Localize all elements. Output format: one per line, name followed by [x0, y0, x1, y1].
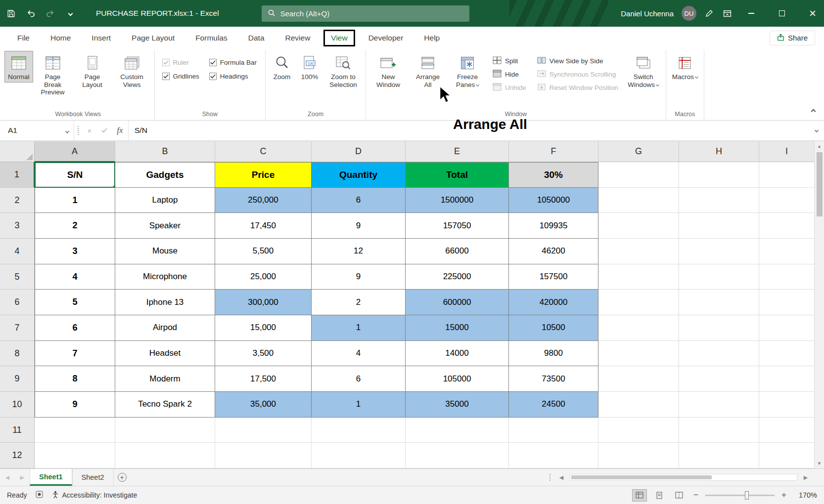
- cell-I8[interactable]: [759, 341, 814, 367]
- cell-G5[interactable]: [598, 264, 679, 290]
- cell-B6[interactable]: Iphone 13: [115, 290, 215, 315]
- cell-F1[interactable]: 30%: [509, 162, 598, 188]
- cell-H4[interactable]: [679, 239, 759, 264]
- cell-A10[interactable]: 9: [35, 392, 115, 418]
- cell-E12[interactable]: [406, 443, 509, 468]
- tab-developer[interactable]: Developer: [358, 29, 414, 47]
- new-window-button[interactable]: New Window: [368, 51, 408, 90]
- cell-B4[interactable]: Mouse: [115, 239, 215, 264]
- maximize-button[interactable]: [771, 0, 793, 27]
- fill-handle[interactable]: [113, 185, 115, 188]
- zoom-out-button[interactable]: −: [691, 490, 700, 500]
- quick-access-chevron-icon[interactable]: [65, 8, 75, 18]
- cell-A7[interactable]: 6: [35, 315, 115, 341]
- column-header-H[interactable]: H: [679, 141, 759, 162]
- column-header-D[interactable]: D: [312, 141, 406, 162]
- cell-G1[interactable]: [598, 162, 679, 188]
- cell-B8[interactable]: Headset: [115, 341, 215, 367]
- cell-D6[interactable]: 2: [312, 290, 406, 315]
- ruler-checkbox[interactable]: Ruler: [162, 59, 199, 66]
- view-side-by-side-button[interactable]: View Side by Side: [536, 56, 620, 66]
- column-header-B[interactable]: B: [115, 141, 215, 162]
- cell-G8[interactable]: [598, 341, 679, 367]
- cell-D4[interactable]: 12: [312, 239, 406, 264]
- cell-A8[interactable]: 7: [35, 341, 115, 367]
- page-layout-shortcut[interactable]: [652, 489, 667, 502]
- cell-C11[interactable]: [215, 418, 312, 443]
- zoom-in-button[interactable]: +: [779, 490, 788, 500]
- zoom-to-selection-button[interactable]: Zoom to Selection: [323, 51, 363, 90]
- split-button[interactable]: Split: [491, 56, 528, 66]
- cell-E8[interactable]: 14000: [406, 341, 509, 367]
- macro-record-icon[interactable]: [36, 491, 43, 500]
- ink-pen-icon[interactable]: [704, 8, 714, 18]
- cell-H7[interactable]: [679, 315, 759, 341]
- cell-I11[interactable]: [759, 418, 814, 443]
- hscroll-left-icon[interactable]: ◀: [554, 469, 569, 486]
- cell-F8[interactable]: 9800: [509, 341, 598, 367]
- formula-bar-checkbox[interactable]: Formula Bar: [209, 59, 257, 66]
- cell-A4[interactable]: 3: [35, 239, 115, 264]
- horizontal-scrollbar[interactable]: [570, 474, 797, 481]
- ribbon-display-icon[interactable]: [722, 8, 732, 18]
- accessibility-status[interactable]: Accessibility: Investigate: [52, 491, 137, 500]
- vertical-scroll-thumb[interactable]: [817, 152, 823, 216]
- cell-I12[interactable]: [759, 443, 814, 468]
- cell-E1[interactable]: Total: [406, 162, 509, 188]
- cell-B2[interactable]: Laptop: [115, 188, 215, 213]
- undo-icon[interactable]: [26, 8, 36, 18]
- sheet-tab-sheet2[interactable]: Sheet2: [72, 469, 114, 486]
- cell-I5[interactable]: [759, 264, 814, 290]
- cell-E7[interactable]: 15000: [406, 315, 509, 341]
- cell-C6[interactable]: 300,000: [215, 290, 312, 315]
- share-button[interactable]: Share: [770, 31, 815, 45]
- minimize-button[interactable]: [740, 0, 763, 27]
- macros-button[interactable]: Macros: [669, 51, 701, 83]
- cell-I3[interactable]: [759, 213, 814, 239]
- collapse-ribbon-icon[interactable]: [812, 106, 815, 115]
- normal-view-shortcut[interactable]: [632, 489, 647, 502]
- cell-G12[interactable]: [598, 443, 679, 468]
- cell-E11[interactable]: [406, 418, 509, 443]
- unhide-button[interactable]: Unhide: [491, 83, 528, 93]
- cell-G11[interactable]: [598, 418, 679, 443]
- cell-E2[interactable]: 1500000: [406, 188, 509, 213]
- cell-H2[interactable]: [679, 188, 759, 213]
- cell-F7[interactable]: 10500: [509, 315, 598, 341]
- cell-D9[interactable]: 6: [312, 366, 406, 392]
- column-header-F[interactable]: F: [509, 141, 598, 162]
- cell-B10[interactable]: Tecno Spark 2: [115, 392, 215, 418]
- cell-I4[interactable]: [759, 239, 814, 264]
- row-header-11[interactable]: 11: [0, 418, 35, 443]
- cell-F10[interactable]: 24500: [509, 392, 598, 418]
- cell-C9[interactable]: 17,500: [215, 366, 312, 392]
- synchronous-scrolling-button[interactable]: Synchronous Scrolling: [536, 69, 620, 80]
- cell-B5[interactable]: Microphone: [115, 264, 215, 290]
- hscroll-right-icon[interactable]: ▶: [798, 469, 813, 486]
- row-header-5[interactable]: 5: [0, 264, 35, 290]
- cell-I6[interactable]: [759, 290, 814, 315]
- cell-G4[interactable]: [598, 239, 679, 264]
- cell-B3[interactable]: Speaker: [115, 213, 215, 239]
- cell-E3[interactable]: 157050: [406, 213, 509, 239]
- zoom-slider[interactable]: [705, 495, 775, 496]
- tab-file[interactable]: File: [7, 29, 40, 47]
- zoom-level[interactable]: 170%: [793, 491, 817, 499]
- tab-home[interactable]: Home: [40, 29, 81, 47]
- cell-H11[interactable]: [679, 418, 759, 443]
- select-all-corner[interactable]: [0, 141, 35, 162]
- headings-checkbox[interactable]: Headings: [209, 73, 257, 80]
- cell-H1[interactable]: [679, 162, 759, 188]
- cell-I1[interactable]: [759, 162, 814, 188]
- cell-C7[interactable]: 15,000: [215, 315, 312, 341]
- cell-D10[interactable]: 1: [312, 392, 406, 418]
- cell-A3[interactable]: 2: [35, 213, 115, 239]
- cell-A11[interactable]: [35, 418, 115, 443]
- cell-E9[interactable]: 105000: [406, 366, 509, 392]
- sheet-scroll-splitter[interactable]: [549, 474, 550, 481]
- cell-C4[interactable]: 5,500: [215, 239, 312, 264]
- cell-F12[interactable]: [509, 443, 598, 468]
- cell-F5[interactable]: 157500: [509, 264, 598, 290]
- normal-view-button[interactable]: Normal: [4, 51, 33, 83]
- column-header-C[interactable]: C: [215, 141, 312, 162]
